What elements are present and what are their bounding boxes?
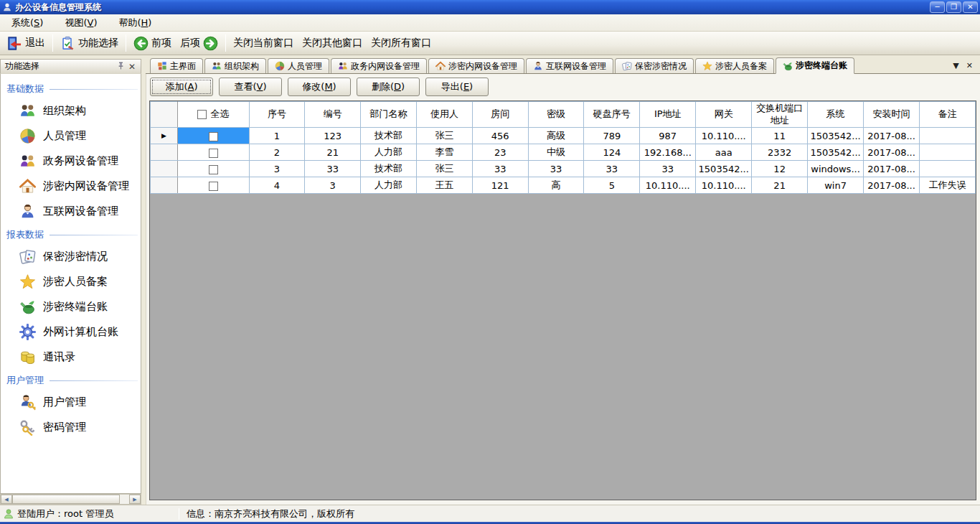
row-checkbox[interactable] bbox=[209, 132, 218, 141]
prev-item-button[interactable]: 前项 bbox=[129, 34, 176, 53]
table-cell[interactable] bbox=[920, 161, 976, 177]
table-cell[interactable] bbox=[920, 128, 976, 144]
table-cell[interactable]: 王五 bbox=[417, 177, 473, 194]
table-cell[interactable]: 456 bbox=[472, 128, 528, 144]
menu-view[interactable]: 视图(V) bbox=[59, 14, 105, 32]
close-current-window-button[interactable]: 关闭当前窗口 bbox=[229, 34, 298, 52]
table-cell[interactable]: windows... bbox=[808, 161, 864, 177]
table-cell[interactable]: 987 bbox=[640, 128, 696, 144]
row-select-cell[interactable] bbox=[177, 161, 249, 177]
table-cell[interactable]: 李雪 bbox=[417, 144, 473, 161]
minimize-button[interactable]: ─ bbox=[930, 1, 945, 13]
column-header[interactable]: 硬盘序号 bbox=[584, 102, 640, 128]
menu-help[interactable]: 帮助(H) bbox=[113, 14, 160, 32]
column-header[interactable]: 密级 bbox=[528, 102, 584, 128]
scroll-left-arrow-icon[interactable]: ◀ bbox=[1, 495, 12, 504]
table-cell[interactable]: 124 bbox=[584, 144, 640, 161]
table-cell[interactable]: 5 bbox=[584, 177, 640, 194]
column-header[interactable]: 网关 bbox=[696, 102, 752, 128]
column-header[interactable]: 使用人 bbox=[417, 102, 473, 128]
select-all-header[interactable]: 全选 bbox=[177, 102, 249, 128]
table-cell[interactable]: 高 bbox=[528, 177, 584, 194]
tab[interactable]: 涉密终端台账 bbox=[776, 57, 854, 74]
scrollbar-track[interactable] bbox=[12, 495, 129, 504]
sidebar-item[interactable]: 涉密终端台账 bbox=[6, 294, 141, 319]
column-header[interactable]: IP地址 bbox=[640, 102, 696, 128]
table-cell[interactable]: 3 bbox=[305, 177, 361, 194]
table-cell[interactable]: 33 bbox=[528, 161, 584, 177]
add-button[interactable]: 添加(A) bbox=[150, 78, 213, 96]
function-select-button[interactable]: 功能选择 bbox=[56, 34, 123, 53]
sidebar-item[interactable]: 人员管理 bbox=[6, 123, 141, 149]
table-cell[interactable]: 4 bbox=[249, 177, 305, 194]
table-cell[interactable]: 2017-08... bbox=[864, 128, 920, 144]
table-cell[interactable]: 1503542... bbox=[808, 144, 864, 161]
table-cell[interactable]: 33 bbox=[472, 161, 528, 177]
column-header[interactable]: 编号 bbox=[305, 102, 361, 128]
table-cell[interactable]: 中级 bbox=[528, 144, 584, 161]
sidebar-item[interactable]: 通讯录 bbox=[6, 345, 141, 370]
tab[interactable]: 涉密人员备案 bbox=[695, 58, 774, 73]
table-cell[interactable]: 人力部 bbox=[361, 144, 417, 161]
column-header[interactable]: 部门名称 bbox=[361, 102, 417, 128]
table-cell[interactable]: 3 bbox=[249, 161, 305, 177]
table-cell[interactable]: 高级 bbox=[528, 128, 584, 144]
table-cell[interactable]: 789 bbox=[584, 128, 640, 144]
tab[interactable]: 保密涉密情况 bbox=[615, 58, 694, 73]
table-cell[interactable]: 技术部 bbox=[361, 161, 417, 177]
column-header[interactable]: 系统 bbox=[808, 102, 864, 128]
table-cell[interactable]: 2017-08... bbox=[864, 177, 920, 194]
sidebar-item[interactable]: 互联网设备管理 bbox=[6, 199, 141, 224]
table-cell[interactable]: 33 bbox=[640, 161, 696, 177]
export-button[interactable]: 导出(E) bbox=[425, 78, 489, 96]
table-cell[interactable]: 技术部 bbox=[361, 128, 417, 144]
table-cell[interactable]: 2332 bbox=[752, 144, 808, 161]
column-header[interactable]: 房间 bbox=[472, 102, 528, 128]
modify-button[interactable]: 修改(M) bbox=[288, 78, 351, 96]
table-cell[interactable]: aaa bbox=[696, 144, 752, 161]
table-cell[interactable]: 10.110.... bbox=[640, 177, 696, 194]
sidebar-item[interactable]: 用户管理 bbox=[6, 390, 141, 415]
close-all-windows-button[interactable]: 关闭所有窗口 bbox=[367, 34, 435, 52]
column-header[interactable]: 序号 bbox=[249, 102, 305, 128]
close-tab-icon[interactable]: ✕ bbox=[966, 61, 973, 70]
tab[interactable]: 涉密内网设备管理 bbox=[428, 58, 524, 73]
tab[interactable]: 政务内网设备管理 bbox=[331, 58, 427, 73]
column-header[interactable]: 交换机端口地址 bbox=[752, 102, 808, 128]
table-cell[interactable]: 1503542... bbox=[808, 128, 864, 144]
scroll-right-arrow-icon[interactable]: ▶ bbox=[129, 495, 141, 504]
sidebar-item[interactable]: 组织架构 bbox=[6, 98, 141, 123]
table-cell[interactable]: 21 bbox=[752, 177, 808, 194]
table-cell[interactable]: 工作失误 bbox=[920, 177, 976, 194]
scrollbar-thumb[interactable] bbox=[12, 495, 120, 504]
sidebar-close-icon[interactable]: ✕ bbox=[126, 62, 138, 72]
table-cell[interactable]: 11 bbox=[752, 128, 808, 144]
table-cell[interactable]: win7 bbox=[808, 177, 864, 194]
menu-system[interactable]: 系统(S) bbox=[6, 14, 52, 32]
row-checkbox[interactable] bbox=[209, 182, 218, 191]
table-cell[interactable]: 21 bbox=[305, 144, 361, 161]
close-button[interactable]: ✕ bbox=[963, 1, 978, 13]
table-cell[interactable] bbox=[920, 144, 976, 161]
select-all-checkbox[interactable] bbox=[197, 110, 207, 119]
delete-button[interactable]: 删除(D) bbox=[357, 78, 420, 96]
restore-button[interactable]: ❐ bbox=[946, 1, 961, 13]
table-cell[interactable]: 23 bbox=[472, 144, 528, 161]
table-cell[interactable]: 2017-08... bbox=[864, 144, 920, 161]
tab-list-dropdown-icon[interactable]: ▼ bbox=[953, 61, 958, 70]
table-cell[interactable]: 10.110.... bbox=[696, 177, 752, 194]
sidebar-item[interactable]: 保密涉密情况 bbox=[6, 244, 141, 269]
sidebar-item[interactable]: 涉密内网设备管理 bbox=[6, 174, 141, 199]
table-cell[interactable]: 2 bbox=[249, 144, 305, 161]
table-cell[interactable]: 张三 bbox=[417, 128, 473, 144]
row-checkbox[interactable] bbox=[209, 149, 218, 158]
table-cell[interactable]: 12 bbox=[752, 161, 808, 177]
table-cell[interactable]: 121 bbox=[472, 177, 528, 194]
column-header[interactable]: 安装时间 bbox=[864, 102, 920, 128]
table-cell[interactable]: 人力部 bbox=[361, 177, 417, 194]
column-header[interactable]: 备注 bbox=[920, 102, 976, 128]
table-cell[interactable]: 2017-08... bbox=[864, 161, 920, 177]
table-cell[interactable]: 10.110.... bbox=[696, 128, 752, 144]
sidebar-horizontal-scrollbar[interactable]: ◀ ▶ bbox=[0, 494, 141, 505]
sidebar-item[interactable]: 政务网设备管理 bbox=[6, 149, 141, 174]
